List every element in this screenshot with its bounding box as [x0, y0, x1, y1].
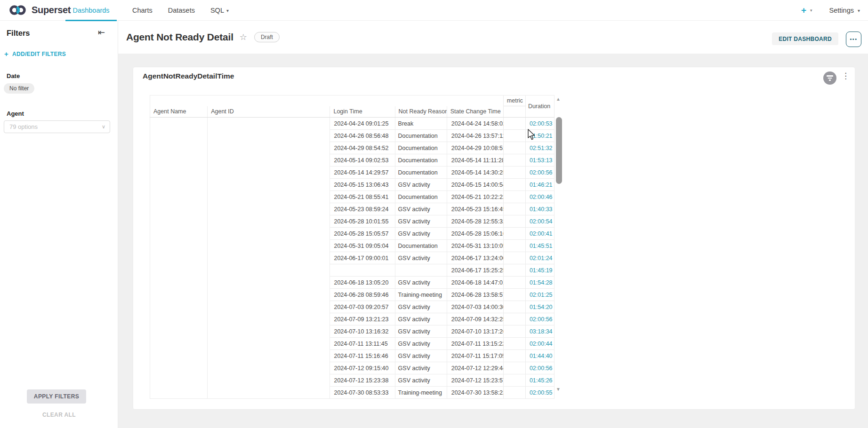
duration-cell[interactable]: 02:00:54: [525, 215, 554, 228]
reason-cell: GSV activity: [395, 252, 447, 264]
duration-cell[interactable]: 01:45:51: [525, 240, 554, 252]
settings-menu[interactable]: Settings: [829, 7, 854, 14]
metric-gap-cell: [503, 277, 525, 289]
filters-title: Filters: [7, 29, 30, 38]
chart-menu-kebab-icon[interactable]: ⋮: [842, 71, 850, 81]
reason-cell: Documentation: [395, 191, 447, 203]
nav-tab-dashboards[interactable]: Dashboards: [65, 0, 117, 21]
duration-cell[interactable]: 02:00:44: [525, 338, 554, 350]
table-scroll-up-icon[interactable]: ▲: [556, 96, 561, 102]
infinity-logo-icon: [8, 4, 27, 16]
duration-cell[interactable]: 01:50:21: [525, 130, 554, 142]
new-item-button[interactable]: +: [801, 0, 806, 21]
duration-cell[interactable]: 01:44:40: [525, 350, 554, 362]
nav-tab-charts[interactable]: Charts: [132, 0, 153, 21]
reason-cell: [395, 264, 447, 277]
reason-cell: GSV activity: [395, 301, 447, 313]
login-time-cell: 2024-07-30 08:53:33: [330, 387, 395, 399]
column-header-state-change-time[interactable]: State Change Time: [447, 106, 503, 118]
column-header-duration[interactable]: Duration: [525, 95, 554, 118]
duration-cell[interactable]: 02:51:32: [525, 142, 554, 154]
duration-cell[interactable]: 01:45:26: [525, 374, 554, 387]
header-spacer-cell: [150, 95, 504, 106]
state-change-cell: 2024-05-23 15:16:45: [447, 203, 503, 215]
reason-cell: GSV activity: [395, 228, 447, 240]
duration-cell[interactable]: 02:00:56: [525, 313, 554, 325]
nav-right-controls: + ▾ Settings ▾: [801, 0, 860, 21]
table-scroll-down-icon[interactable]: ▼: [556, 387, 561, 392]
login-time-cell: 2024-06-28 08:59:46: [330, 289, 395, 301]
column-header-agent-name[interactable]: Agent Name: [150, 106, 208, 118]
reason-cell: GSV activity: [395, 277, 447, 289]
collapse-sidebar-icon[interactable]: ⇤: [98, 27, 105, 38]
login-time-cell: 2024-04-26 08:56:48: [330, 130, 395, 142]
duration-cell[interactable]: 02:01:24: [525, 252, 554, 264]
duration-cell[interactable]: 03:18:34: [525, 325, 554, 338]
metric-gap-cell: [503, 387, 525, 399]
header-metric-spacer: [503, 106, 525, 118]
login-time-cell: 2024-05-21 08:55:41: [330, 191, 395, 203]
reason-cell: GSV activity: [395, 325, 447, 338]
date-filter-value[interactable]: No filter: [4, 83, 34, 94]
metric-gap-cell: [503, 179, 525, 191]
agent-name-group-cell: [150, 118, 208, 399]
cross-filter-icon[interactable]: [823, 71, 836, 85]
login-time-cell: 2024-05-15 13:06:43: [330, 179, 395, 191]
duration-cell[interactable]: 01:54:20: [525, 301, 554, 313]
apply-filters-button[interactable]: APPLY FILTERS: [27, 389, 86, 404]
login-time-cell: 2024-05-28 10:01:55: [330, 215, 395, 228]
reason-cell: Training-meeting: [395, 289, 447, 301]
state-change-cell: 2024-06-18 14:47:01: [447, 277, 503, 289]
state-change-cell: 2024-07-12 15:23:57: [447, 374, 503, 387]
reason-cell: GSV activity: [395, 203, 447, 215]
metric-gap-cell: [503, 228, 525, 240]
duration-cell[interactable]: 02:00:41: [525, 228, 554, 240]
column-header-not-ready-reason[interactable]: Not Ready Reason: [395, 106, 447, 118]
duration-cell[interactable]: 01:53:13: [525, 154, 554, 166]
state-change-cell: 2024-07-12 12:29:44: [447, 362, 503, 374]
metric-gap-cell: [503, 240, 525, 252]
duration-cell[interactable]: 02:01:25: [525, 289, 554, 301]
duration-cell[interactable]: 01:40:33: [525, 203, 554, 215]
filters-sidebar: Filters ⇤ + ADD/EDIT FILTERS Date No fil…: [0, 21, 118, 428]
duration-cell[interactable]: 01:45:19: [525, 264, 554, 277]
nav-tab-datasets[interactable]: Datasets: [168, 0, 195, 21]
reason-cell: Documentation: [395, 166, 447, 179]
metric-gap-cell: [503, 350, 525, 362]
metric-gap-cell: [503, 313, 525, 325]
agent-filter-select[interactable]: 79 options ∨: [4, 120, 110, 133]
duration-cell[interactable]: 02:00:56: [525, 166, 554, 179]
reason-cell: GSV activity: [395, 362, 447, 374]
state-change-cell: 2024-06-28 13:58:57: [447, 289, 503, 301]
table-scrollbar-thumb[interactable]: [556, 117, 562, 184]
state-change-cell: 2024-05-31 13:10:05: [447, 240, 503, 252]
duration-cell[interactable]: 01:54:28: [525, 277, 554, 289]
favorite-star-icon[interactable]: ☆: [240, 32, 247, 42]
login-time-cell: 2024-05-23 08:59:24: [330, 203, 395, 215]
clear-all-button[interactable]: CLEAR ALL: [0, 412, 118, 418]
caret-down-icon[interactable]: ▾: [810, 8, 812, 13]
state-change-cell: 2024-07-10 13:17:26: [447, 325, 503, 338]
state-change-cell: 2024-05-14 11:11:28: [447, 154, 503, 166]
reason-cell: Documentation: [395, 154, 447, 166]
login-time-cell: 2024-05-31 09:05:04: [330, 240, 395, 252]
plus-icon: +: [4, 50, 8, 58]
duration-cell[interactable]: 02:00:55: [525, 387, 554, 399]
duration-cell[interactable]: 02:00:46: [525, 191, 554, 203]
brand-name: Superset: [32, 5, 71, 16]
duration-cell[interactable]: 01:46:21: [525, 179, 554, 191]
duration-cell[interactable]: 02:00:56: [525, 362, 554, 374]
edit-dashboard-button[interactable]: EDIT DASHBOARD: [772, 32, 838, 45]
superset-logo[interactable]: Superset: [8, 4, 71, 16]
reason-cell: Training-meeting: [395, 387, 447, 399]
nav-tab-sql[interactable]: SQL▾: [210, 0, 229, 21]
column-header-login-time[interactable]: Login Time: [330, 106, 395, 118]
duration-cell[interactable]: 02:00:53: [525, 118, 554, 130]
reason-cell: Documentation: [395, 142, 447, 154]
add-edit-filters-button[interactable]: + ADD/EDIT FILTERS: [4, 50, 66, 58]
chevron-down-icon: ∨: [102, 121, 105, 133]
table-body: 2024-04-24 09:01:25Break2024-04-24 14:58…: [150, 118, 555, 399]
more-options-button[interactable]: •••: [846, 32, 861, 47]
column-header-agent-id[interactable]: Agent ID: [208, 106, 330, 118]
login-time-cell: 2024-05-28 15:05:57: [330, 228, 395, 240]
